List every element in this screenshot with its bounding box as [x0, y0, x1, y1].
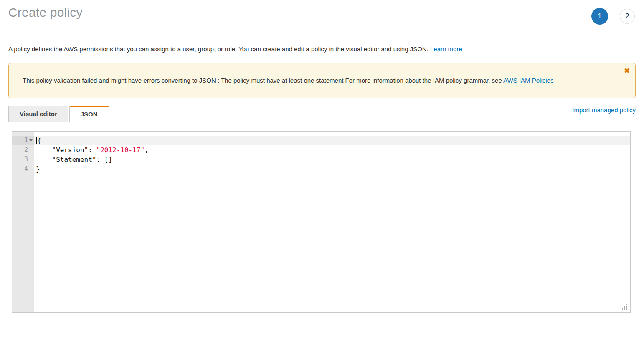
code-line-3[interactable]: "Statement": [] — [34, 155, 630, 164]
gutter-line-4: 4 — [12, 164, 34, 174]
editor-tabs: Visual editor JSON Import managed policy — [8, 105, 636, 122]
tab-visual-editor[interactable]: Visual editor — [8, 106, 68, 122]
step-indicator-1: 1 — [591, 8, 608, 25]
code-line-2[interactable]: "Version": "2012-10-17", — [34, 145, 630, 155]
step-indicator-2: 2 — [620, 9, 635, 24]
intro-text: A policy defines the AWS permissions tha… — [8, 45, 636, 53]
code-token-string: "2012-10-17" — [96, 146, 145, 154]
intro-text-body: A policy defines the AWS permissions tha… — [8, 45, 430, 53]
line-number: 1 — [24, 136, 28, 144]
close-icon[interactable]: ✖ — [624, 68, 630, 74]
page-title: Create policy — [8, 0, 636, 20]
code-token: } — [36, 165, 40, 173]
gutter-line-1: 1 — [12, 136, 34, 145]
code-line-4[interactable]: } — [34, 164, 630, 174]
code-token: , — [145, 146, 149, 154]
text-cursor — [36, 137, 37, 144]
banner-message: This policy validation failed and might … — [23, 77, 503, 84]
learn-more-link[interactable]: Learn more — [430, 45, 462, 53]
wizard-steps: 1 2 — [591, 8, 635, 25]
editor-gutter: 1 2 3 4 — [12, 132, 34, 312]
import-managed-policy-link[interactable]: Import managed policy — [572, 106, 636, 114]
code-token: "Version": — [36, 146, 96, 154]
gutter-line-3: 3 — [12, 155, 34, 164]
tab-json[interactable]: JSON — [69, 106, 109, 122]
resize-grip-icon[interactable] — [626, 308, 627, 310]
code-line-1[interactable]: { — [34, 136, 630, 145]
code-token: { — [37, 136, 41, 144]
page-header: Create policy 1 2 — [8, 0, 636, 35]
gutter-line-2: 2 — [12, 145, 34, 155]
code-token: "Statement": [] — [36, 156, 112, 164]
json-policy-editor[interactable]: 1 2 3 4 { "Version": "2012-10-17", "Stat… — [12, 131, 631, 313]
code-area[interactable]: { "Version": "2012-10-17", "Statement": … — [34, 132, 630, 312]
aws-iam-policies-link[interactable]: AWS IAM Policies — [503, 77, 553, 84]
fold-arrow-icon[interactable] — [29, 139, 33, 141]
validation-warning-banner: This policy validation failed and might … — [8, 63, 636, 98]
